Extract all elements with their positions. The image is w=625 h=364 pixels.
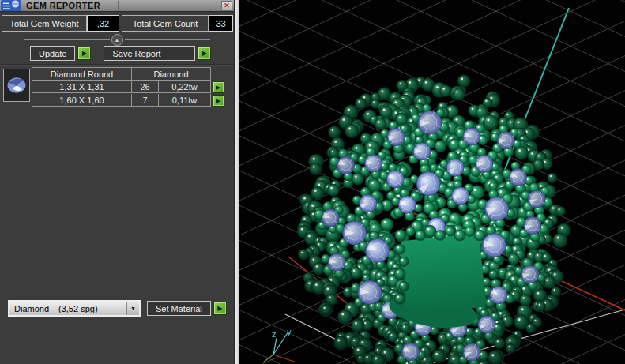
- save-report-go-button[interactable]: ▶: [198, 47, 211, 60]
- titlebar[interactable]: GEM REPORTER ✕: [0, 0, 234, 12]
- section-separator: [0, 64, 234, 66]
- play-icon: ▶: [202, 51, 207, 57]
- set-material-button[interactable]: Set Material: [147, 301, 211, 316]
- gem-type-thumbnail[interactable]: [3, 69, 30, 102]
- gem-row-apply-button[interactable]: ▶: [213, 95, 224, 107]
- material-dropdown[interactable]: Diamond (3,52 spg) ▼: [8, 300, 141, 317]
- save-report-button[interactable]: Save Report: [104, 46, 195, 61]
- divider-line: [125, 39, 211, 40]
- table-row-count[interactable]: 26: [132, 81, 159, 93]
- material-dropdown-density: (3,52 spg): [58, 304, 98, 313]
- total-gem-count-label: Total Gem Count: [122, 15, 209, 32]
- play-icon: ▶: [216, 84, 220, 90]
- table-row-count[interactable]: 7: [132, 94, 159, 107]
- gem-reporter-panel: GEM REPORTER ✕ Total Gem Weight ,32 Tota…: [0, 0, 234, 364]
- window-title: GEM REPORTER: [26, 1, 100, 10]
- play-icon: ▶: [82, 51, 87, 57]
- play-icon: ▶: [217, 306, 222, 312]
- update-go-button[interactable]: ▶: [77, 47, 91, 60]
- total-gem-weight-label: Total Gem Weight: [2, 15, 87, 32]
- gem-row-apply-button[interactable]: ▶: [213, 81, 224, 93]
- column-header-gem-type: Diamond Round: [32, 68, 132, 81]
- chevron-up-icon: ▲: [115, 37, 120, 43]
- collapse-button[interactable]: ▲: [111, 34, 123, 46]
- update-button[interactable]: Update: [30, 46, 75, 61]
- titlebar-divider: [118, 1, 119, 11]
- round-gem-icon: [5, 74, 28, 96]
- chevron-down-icon[interactable]: ▼: [126, 302, 139, 315]
- close-icon[interactable]: ✕: [221, 1, 232, 11]
- actions-row: Update ▶ Save Report ▶: [30, 46, 211, 61]
- table-row-weight[interactable]: 0,11tw: [159, 94, 211, 107]
- table-row-weight[interactable]: 0,22tw: [159, 81, 211, 93]
- material-row: Diamond (3,52 spg) ▼ Set Material ▶: [8, 300, 227, 317]
- column-header-material: Diamond: [132, 68, 211, 81]
- divider-line: [24, 39, 110, 40]
- table-row-size[interactable]: 1,60 X 1,60: [32, 94, 132, 107]
- application-window: GEM REPORTER ✕ Total Gem Weight ,32 Tota…: [0, 0, 625, 364]
- total-gem-weight-field[interactable]: ,32: [87, 15, 119, 32]
- table-row-size[interactable]: 1,31 X 1,31: [32, 81, 132, 93]
- material-dropdown-value: Diamond: [14, 304, 49, 313]
- play-icon: ▶: [216, 98, 220, 103]
- gem-report-table: Diamond Round Diamond 1,31 X 1,31 26 0,2…: [32, 67, 211, 107]
- viewport-3d-canvas[interactable]: [239, 0, 625, 364]
- collapse-divider: ▲: [24, 34, 210, 46]
- gem-reporter-icon: [1, 0, 21, 11]
- gem-summary-row: Total Gem Weight ,32 Total Gem Count 33: [2, 15, 233, 32]
- panel-edge-handle[interactable]: [234, 0, 239, 364]
- set-material-go-button[interactable]: ▶: [213, 302, 227, 315]
- total-gem-count-field[interactable]: 33: [209, 15, 233, 32]
